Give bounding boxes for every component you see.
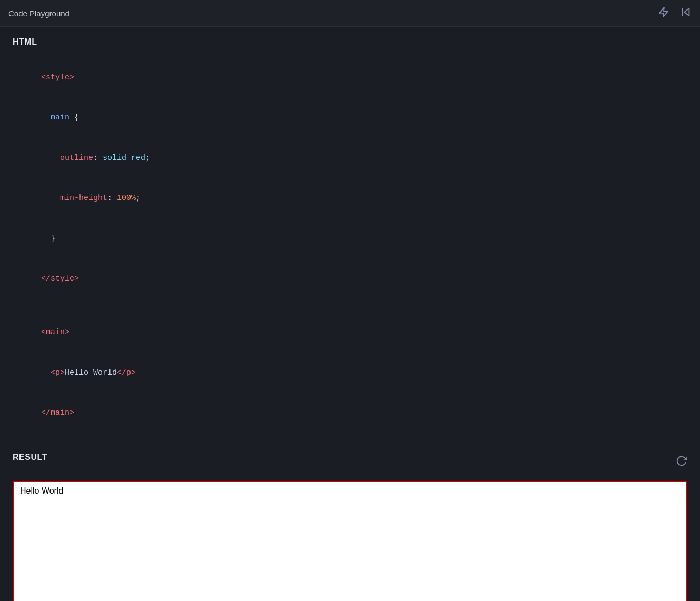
code-line-3: outline: solid red; [13, 138, 687, 178]
code-line-7 [13, 299, 687, 313]
topbar-actions [658, 6, 692, 21]
code-line-9: <p>Hello World</p> [13, 353, 687, 393]
code-editor[interactable]: <style> main { outline: solid red; min-h… [13, 57, 687, 433]
topbar: Code Playground [0, 0, 700, 27]
refresh-icon[interactable] [676, 455, 687, 470]
result-header: RESULT [13, 453, 687, 473]
code-line-4: min-height: 100%; [13, 178, 687, 219]
editor-label: HTML [13, 37, 687, 47]
editor-section: HTML <style> main { outline: solid red; … [0, 27, 700, 444]
code-line-8: <main> [13, 313, 687, 353]
svg-marker-1 [684, 8, 689, 16]
svg-marker-0 [659, 7, 668, 16]
code-line-2: main { [13, 98, 687, 138]
result-content: Hello World [20, 486, 680, 496]
code-line-10: </main> [13, 393, 687, 434]
code-line-1: <style> [13, 57, 687, 98]
code-line-5: } [13, 218, 687, 259]
app-title: Code Playground [8, 9, 69, 18]
lightning-icon[interactable] [658, 6, 669, 21]
code-line-6: </style> [13, 259, 687, 299]
result-label: RESULT [13, 453, 47, 462]
skip-back-icon[interactable] [680, 6, 692, 21]
result-preview: Hello World @稀土掘金技术社区 [13, 481, 687, 601]
result-section: RESULT Hello World @稀土掘金技术社区 [0, 444, 700, 601]
